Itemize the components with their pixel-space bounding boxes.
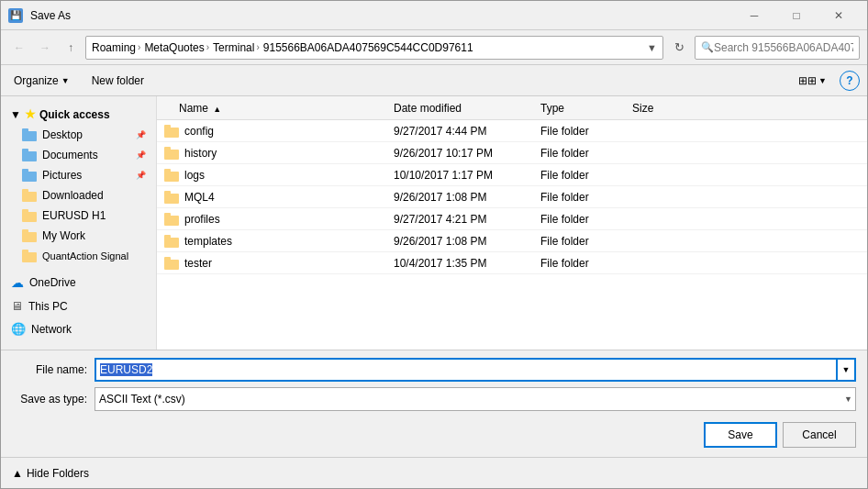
filename-input[interactable] [95,358,838,382]
file-list: Name ▲ Date modified Type Size config [157,96,867,350]
folder-icon [164,191,179,204]
sort-arrow-icon: ▲ [213,105,221,114]
folder-icon [164,213,179,226]
table-row[interactable]: history 9/26/2017 10:17 PM File folder [157,142,867,164]
window-controls: ─ □ ✕ [733,1,860,30]
chevron-down-icon: ▼ [10,108,21,121]
buttons-row: Save Cancel [12,417,856,451]
main-area: ▼ ★ Quick access Desktop 📌 Documents 📌 P… [1,96,867,350]
action-toolbar: Organize ▼ New folder ⊞⊞ ▼ ? [1,65,867,96]
pin-icon: 📌 [136,150,146,160]
table-row[interactable]: templates 9/26/2017 1:08 PM File folder [157,230,867,252]
savetype-wrapper: ASCII Text (*.csv)CSV (*.csv)Text (*.txt… [95,387,856,411]
folder-icon [164,235,179,248]
folder-icon [164,147,179,160]
folder-icon [164,125,179,138]
new-folder-button[interactable]: New folder [86,71,150,91]
sidebar-item-pictures[interactable]: Pictures 📌 [1,165,156,185]
column-type[interactable]: Type [533,102,625,115]
pin-icon: 📌 [136,171,146,180]
filename-row: File name: ▼ [12,358,856,382]
savetype-select[interactable]: ASCII Text (*.csv)CSV (*.csv)Text (*.txt… [95,387,856,411]
folder-icon [22,250,37,262]
sidebar-item-network[interactable]: 🌐 Network [1,318,156,339]
back-button[interactable]: ← [8,37,30,59]
filename-dropdown-button[interactable]: ▼ [838,358,856,382]
refresh-button[interactable]: ↻ [667,36,691,60]
address-crumb-hash: 915566BA06ADA407569C544CC0D97611 [263,41,473,54]
address-bar[interactable]: Roaming › MetaQuotes › Terminal › 915566… [85,36,663,60]
quick-access-header[interactable]: ▼ ★ Quick access [1,102,156,125]
sidebar-item-onedrive[interactable]: ☁ OneDrive [1,272,156,294]
folder-icon [164,169,179,182]
bottom-bar: ▲ Hide Folders [1,457,867,488]
sidebar-item-downloaded[interactable]: Downloaded [1,185,156,206]
search-box: 🔍 [695,36,860,60]
close-button[interactable]: ✕ [818,1,860,30]
sidebar-item-eurusd-h1[interactable]: EURUSD H1 [1,206,156,226]
window-title: Save As [30,9,733,22]
table-row[interactable]: config 9/27/2017 4:44 PM File folder [157,120,867,142]
folder-icon [22,229,37,242]
file-list-header: Name ▲ Date modified Type Size [157,96,867,120]
address-dropdown-button[interactable]: ▼ [647,42,657,53]
column-date[interactable]: Date modified [386,102,533,115]
save-button[interactable]: Save [704,422,777,448]
save-as-dialog: 💾 Save As ─ □ ✕ ← → ↑ Roaming › MetaQuot… [0,0,868,489]
organize-button[interactable]: Organize ▼ [8,71,75,91]
table-row[interactable]: logs 10/10/2017 1:17 PM File folder [157,164,867,186]
sidebar-item-thispc[interactable]: 🖥 This PC [1,295,156,317]
maximize-button[interactable]: □ [775,1,818,30]
search-input[interactable] [714,41,853,54]
column-name[interactable]: Name ▲ [157,102,386,115]
filename-label: File name: [12,363,95,376]
address-toolbar: ← → ↑ Roaming › MetaQuotes › Terminal › … [1,30,867,65]
sidebar: ▼ ★ Quick access Desktop 📌 Documents 📌 P… [1,96,157,350]
minimize-button[interactable]: ─ [733,1,775,30]
hide-folders-button[interactable]: ▲ Hide Folders [12,467,89,480]
filename-dropdown-icon: ▼ [842,365,851,374]
hide-folders-chevron-icon: ▲ [12,467,23,480]
thispc-icon: 🖥 [11,299,23,313]
sidebar-item-documents[interactable]: Documents 📌 [1,145,156,165]
address-crumb-roaming: Roaming › [92,41,140,54]
network-icon: 🌐 [11,322,26,336]
folder-icon [22,189,37,202]
window-icon: 💾 [8,8,23,23]
table-row[interactable]: tester 10/4/2017 1:35 PM File folder [157,252,867,274]
cancel-button[interactable]: Cancel [783,422,856,448]
quick-access-star-icon: ★ [25,107,36,121]
folder-icon [22,128,37,141]
view-chevron-icon: ▼ [818,76,827,85]
folder-icon [164,257,179,270]
folder-icon [22,149,37,161]
onedrive-icon: ☁ [11,275,24,290]
form-area: File name: ▼ Save as type: ASCII Text (*… [1,350,867,457]
organize-chevron-icon: ▼ [61,76,70,85]
sidebar-item-quantaction[interactable]: QuantAction Signal [1,246,156,266]
title-bar: 💾 Save As ─ □ ✕ [1,1,867,30]
folder-icon [22,209,37,222]
sidebar-item-my-work[interactable]: My Work [1,226,156,246]
view-options-button[interactable]: ⊞⊞ ▼ [793,71,832,91]
sidebar-item-desktop[interactable]: Desktop 📌 [1,125,156,145]
savetype-row: Save as type: ASCII Text (*.csv)CSV (*.c… [12,387,856,411]
column-size[interactable]: Size [625,102,698,115]
address-crumb-metaquotes: MetaQuotes › [144,41,209,54]
pin-icon: 📌 [136,130,146,139]
search-icon: 🔍 [701,41,714,53]
address-crumb-terminal: Terminal › [213,41,260,54]
help-button[interactable]: ? [840,71,860,91]
folder-icon [22,169,37,182]
table-row[interactable]: MQL4 9/26/2017 1:08 PM File folder [157,186,867,208]
table-row[interactable]: profiles 9/27/2017 4:21 PM File folder [157,208,867,230]
savetype-label: Save as type: [12,393,95,406]
forward-button[interactable]: → [34,37,56,59]
up-button[interactable]: ↑ [60,37,82,59]
